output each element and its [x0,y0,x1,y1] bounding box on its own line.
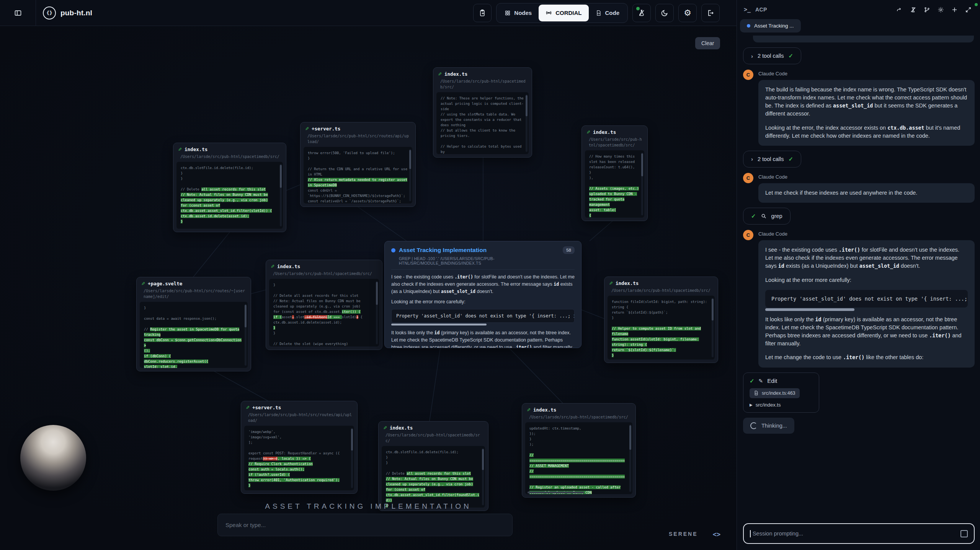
node-filename: index.ts [390,425,413,431]
mode-label: SERENE [669,531,698,537]
status-dot [975,3,978,6]
stop-icon[interactable] [960,530,968,537]
node-code: // Note: These are helper functions, the… [436,92,529,154]
node-path: /Users/larsde/src/pub-htnl/spacetimedb/s… [433,77,532,91]
clipped-message-bubble [753,36,974,42]
code-node[interactable]: ✎ +server.ts /Users/larsde/src/pub-htnl/… [241,401,358,494]
settings-button[interactable]: ⚙ [678,4,697,22]
node-filename: index.ts [444,71,467,77]
node-path: /Users/larsde/src/pub-htnl/spacetimedb/s… [266,269,382,278]
node-status-dot [391,248,395,252]
tests-status-dot [636,7,640,10]
sidebar-toggle-button[interactable] [9,4,27,22]
summary-card[interactable]: Asset Tracking Implementation 58 GREP | … [384,241,581,348]
chat-message: C Claude Code The build is failing becau… [743,69,975,146]
paragraph: Looking at the error more carefully: [765,276,968,284]
tool-calls-toggle[interactable]: › 2 tool calls ✓ [743,47,801,64]
code-node[interactable]: ✎ index.ts /Users/larsde/src/pub-htnl/sp… [173,143,286,232]
clipboard-export-button[interactable] [473,4,492,22]
tab-code[interactable]: Code [589,5,627,21]
code-node[interactable]: ✎ index.ts /Users/larsde/src/pub-htnl/sp… [433,67,532,158]
session-tab-label: Asset Tracking ... [754,23,794,29]
diff-file-toggle[interactable]: ▶ src/index.ts [750,402,813,408]
file-code-icon [754,391,759,395]
timer-off-icon[interactable] [908,5,918,15]
code-node[interactable]: ✎ +server.ts /Users/larsde/src/pub-htnl/… [300,122,416,207]
node-code: // How many times thisslot has been rele… [585,150,644,218]
paragraph: It looks like only the id (primary key) … [391,329,575,348]
spinner-icon [750,422,757,429]
paragraph: Let me change the code to use .iter() li… [765,353,968,361]
message-bubble: The build is failing because the index n… [758,80,975,146]
share-icon[interactable] [894,5,904,15]
speak-input[interactable] [225,521,505,529]
pencil-icon: ✎ [141,281,145,286]
brightness-icon[interactable] [936,5,946,15]
sidebar-toggle-cell [0,0,36,26]
logout-icon [707,9,714,17]
summary-card-title: Asset Tracking Implementation [399,247,487,254]
tab-nodes[interactable]: Nodes [498,5,539,21]
search-icon [761,213,767,219]
node-code: ctx.db.slotFile.id.delete(file.id);}}// … [176,162,283,229]
edit-label: Edit [767,378,777,384]
session-input-bar [743,523,975,544]
horizontal-scrollbar[interactable] [765,308,854,311]
expand-icon[interactable] [963,5,973,15]
paragraph: I see - the existing code uses .iter() f… [765,246,968,270]
acp-header: >_ ACP [737,0,980,19]
app-root: {} pub-ht.nl [0,0,980,550]
voice-input-bar [217,514,513,536]
node-code: 'image/webp','image/svg+xml',];export co… [244,426,354,490]
file-reference-chip[interactable]: src/index.ts:463 [750,388,800,398]
chat-message: C Claude Code I see - the existing code … [743,229,975,367]
chevron-right-icon: › [751,53,753,59]
thinking-indicator: Thinking... [743,418,794,434]
grep-tool-call[interactable]: ✓ grep [743,208,791,225]
pencil-icon: ✎ [759,378,763,384]
brand[interactable]: {} pub-ht.nl [43,7,92,20]
file-code-icon [596,10,602,16]
code-toggle-button[interactable]: <> [709,526,724,542]
brand-icon: {} [43,7,56,20]
tool-calls-toggle[interactable]: › 2 tool calls ✓ [743,151,801,168]
canvas-watermark: ASSET TRACKING IMPLEMENTATION [0,502,737,511]
code-node[interactable]: ✎ index.ts /Users/larsde/src/pub-htnl/sp… [604,277,718,363]
node-path: /Users/larsde/src/pub-htnl/src/routes/ap… [241,410,357,425]
pencil-icon: ✎ [271,264,274,269]
clear-button[interactable]: Clear [695,37,720,49]
tests-button[interactable] [632,4,651,22]
add-session-icon[interactable] [949,5,959,15]
paragraph: Looking at the error more carefully: [391,298,575,306]
tab-nodes-label: Nodes [514,10,532,16]
broadcast-icon [546,10,552,16]
code-node[interactable]: ✎ index.ts /Users/larsde/src/pub-htnl/sp… [522,403,636,498]
theme-toggle-button[interactable] [655,4,674,22]
paragraph: Let me check if these indexes are used a… [765,189,968,197]
code-node[interactable]: ✎ +page.svelte /Users/larsde/src/pub-htn… [136,277,251,371]
git-branch-icon[interactable] [922,5,932,15]
edit-tool-card[interactable]: ✓ ✎ Edit src/index.ts:463 ▶ src/index.ts [743,373,819,413]
check-icon: ✓ [789,52,794,59]
code-node[interactable]: ✎ index.ts /Users/larsde/src/pub-htnl/sp… [378,421,488,511]
session-tab[interactable]: Asset Tracking ... [740,19,801,33]
code-node[interactable]: ✎ index.ts /Users/larsde/src/pub-htnl/sp… [266,260,382,350]
chat-scroll-area[interactable]: › 2 tool calls ✓ C Claude Code The build… [737,36,980,519]
horizontal-scrollbar[interactable] [528,491,584,493]
code-node[interactable]: ✎ index.ts /Users/larsde/src/pub-htnl/sp… [581,125,648,221]
node-canvas[interactable]: Clear ✎ index.ts /Users/larsde/src/pub-h… [0,26,737,550]
file-reference-label: src/index.ts:463 [762,391,795,396]
node-code: function fileId(slotId: bigint, path: st… [608,296,715,360]
main-column: {} pub-ht.nl [0,0,737,550]
session-input[interactable] [752,530,960,537]
grid-icon [505,10,511,16]
logout-button[interactable] [701,4,720,22]
panel-icon [14,9,22,17]
tool-calls-label: 2 tool calls [758,53,784,59]
topbar-actions: Nodes CORDIAL [473,3,720,23]
node-filename: +server.ts [252,405,281,410]
horizontal-scrollbar[interactable] [391,324,487,325]
pencil-icon: ✎ [383,425,387,431]
tab-cordial[interactable]: CORDIAL [539,5,588,21]
user-avatar[interactable] [20,425,86,491]
